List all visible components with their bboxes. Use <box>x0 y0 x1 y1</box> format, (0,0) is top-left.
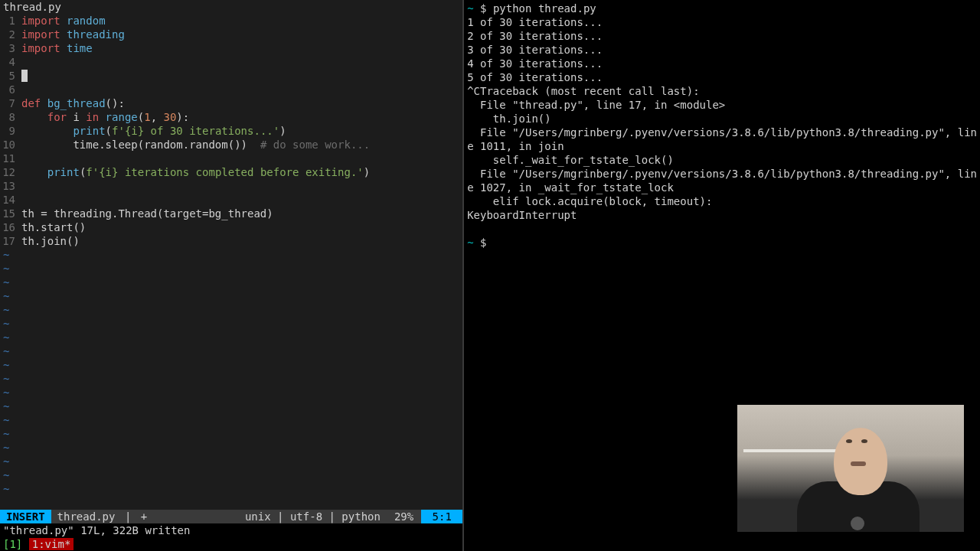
line-number: 2 <box>0 28 21 41</box>
code-content[interactable] <box>21 152 462 165</box>
line-number: 5 <box>0 69 21 83</box>
vim-statusline: INSERT thread.py | + unix | utf-8 | pyth… <box>0 510 462 523</box>
code-line[interactable]: 1import random <box>0 14 462 28</box>
code-content[interactable]: print(f'{i} iterations completed before … <box>21 165 462 179</box>
status-position: 5:1 <box>421 510 462 523</box>
code-line[interactable]: 5 <box>0 69 462 83</box>
empty-line-tilde: ~ <box>0 303 462 317</box>
empty-line-tilde: ~ <box>0 455 462 468</box>
prompt-dollar-2: $ <box>480 236 486 249</box>
line-number: 14 <box>0 193 21 207</box>
code-line[interactable]: 13 <box>0 179 462 193</box>
terminal-line: File "thread.py", line 17, in <module> <box>467 98 977 112</box>
code-line[interactable]: 11 <box>0 152 462 165</box>
code-content[interactable]: th.join() <box>21 234 462 248</box>
terminal-command-line: ~ $ python thread.py <box>467 2 977 15</box>
terminal-idle-prompt[interactable]: ~ $ <box>467 236 977 249</box>
terminal-blank <box>467 222 977 236</box>
terminal-line: KeyboardInterrupt <box>467 208 977 222</box>
code-line[interactable]: 7def bg_thread(): <box>0 96 462 110</box>
empty-line-tilde: ~ <box>0 262 462 276</box>
code-line[interactable]: 14 <box>0 193 462 207</box>
empty-line-tilde: ~ <box>0 399 462 413</box>
empty-line-tilde: ~ <box>0 289 462 303</box>
code-line[interactable]: 4 <box>0 55 462 69</box>
terminal-line: ^CTraceback (most recent call last): <box>467 84 977 98</box>
screen: thread.py 1import random2import threadin… <box>0 0 980 551</box>
terminal-line: File "/Users/mgrinberg/.pyenv/versions/3… <box>467 126 977 139</box>
code-content[interactable]: for i in range(1, 30): <box>21 110 462 124</box>
code-line[interactable]: 16th.start() <box>0 220 462 234</box>
code-content[interactable]: th = threading.Thread(target=bg_thread) <box>21 207 462 220</box>
code-content[interactable] <box>21 69 462 83</box>
code-line[interactable]: 12 print(f'{i} iterations completed befo… <box>0 165 462 179</box>
code-line[interactable]: 9 print(f'{i} of 30 iterations...') <box>0 124 462 138</box>
empty-line-tilde: ~ <box>0 386 462 399</box>
code-content[interactable]: def bg_thread(): <box>21 96 462 110</box>
terminal-output: 1 of 30 iterations...2 of 30 iterations.… <box>467 15 977 222</box>
line-number: 13 <box>0 179 21 193</box>
line-number: 10 <box>0 138 21 152</box>
tmux-window[interactable]: 1:vim* <box>29 538 74 550</box>
tmux-statusline: [1] 1:vim* <box>0 537 462 551</box>
line-number: 17 <box>0 234 21 248</box>
code-content[interactable]: print(f'{i} of 30 iterations...') <box>21 124 462 138</box>
editor-body[interactable]: 1import random2import threading3import t… <box>0 14 462 510</box>
status-modified: + <box>141 510 147 523</box>
code-line[interactable]: 3import time <box>0 41 462 55</box>
code-content[interactable]: time.sleep(random.random()) # do some wo… <box>21 138 462 152</box>
code-line[interactable]: 17th.join() <box>0 234 462 248</box>
editor-pane[interactable]: thread.py 1import random2import threadin… <box>0 0 462 551</box>
status-filename: thread.py | + <box>51 510 154 523</box>
terminal-command: python thread.py <box>493 2 596 15</box>
line-number: 8 <box>0 110 21 124</box>
status-file-text: thread.py <box>57 510 116 523</box>
empty-line-tilde: ~ <box>0 358 462 372</box>
empty-line-tilde: ~ <box>0 413 462 427</box>
editor-filename: thread.py <box>0 0 462 14</box>
code-content[interactable]: import threading <box>21 28 462 41</box>
terminal-line: elif lock.acquire(block, timeout): <box>467 194 977 208</box>
empty-line-tilde: ~ <box>0 317 462 331</box>
line-number: 1 <box>0 14 21 28</box>
empty-line-tilde: ~ <box>0 276 462 289</box>
terminal-line: e 1011, in join <box>467 139 977 153</box>
status-percent: 29% <box>387 510 421 523</box>
code-content[interactable]: import time <box>21 41 462 55</box>
tmux-session: [1] <box>3 538 22 550</box>
terminal-line: th.join() <box>467 112 977 126</box>
line-number: 16 <box>0 220 21 234</box>
empty-line-tilde: ~ <box>0 248 462 262</box>
code-line[interactable]: 10 time.sleep(random.random()) # do some… <box>0 138 462 152</box>
code-content[interactable] <box>21 55 462 69</box>
terminal-line: 5 of 30 iterations... <box>467 70 977 84</box>
empty-line-tilde: ~ <box>0 427 462 441</box>
terminal-line: self._wait_for_tstate_lock() <box>467 153 977 167</box>
terminal-line: e 1027, in _wait_for_tstate_lock <box>467 181 977 194</box>
code-content[interactable] <box>21 83 462 96</box>
code-line[interactable]: 6 <box>0 83 462 96</box>
webcam-overlay <box>737 404 965 533</box>
code-content[interactable]: import random <box>21 14 462 28</box>
code-line[interactable]: 8 for i in range(1, 30): <box>0 110 462 124</box>
code-line[interactable]: 15th = threading.Thread(target=bg_thread… <box>0 207 462 220</box>
empty-line-tilde: ~ <box>0 441 462 455</box>
code-content[interactable]: th.start() <box>21 220 462 234</box>
code-line[interactable]: 2import threading <box>0 28 462 41</box>
code-content[interactable] <box>21 193 462 207</box>
empty-line-tilde: ~ <box>0 468 462 482</box>
terminal-line: 4 of 30 iterations... <box>467 57 977 70</box>
empty-line-tilde: ~ <box>0 482 462 496</box>
line-number: 9 <box>0 124 21 138</box>
cursor <box>21 70 28 82</box>
empty-line-tilde: ~ <box>0 331 462 344</box>
line-number: 6 <box>0 83 21 96</box>
line-number: 15 <box>0 207 21 220</box>
status-sep: | <box>122 510 134 523</box>
terminal-line: 3 of 30 iterations... <box>467 43 977 57</box>
terminal-line: 2 of 30 iterations... <box>467 29 977 43</box>
code-content[interactable] <box>21 179 462 193</box>
line-number: 11 <box>0 152 21 165</box>
line-number: 7 <box>0 96 21 110</box>
terminal-line: 1 of 30 iterations... <box>467 15 977 29</box>
